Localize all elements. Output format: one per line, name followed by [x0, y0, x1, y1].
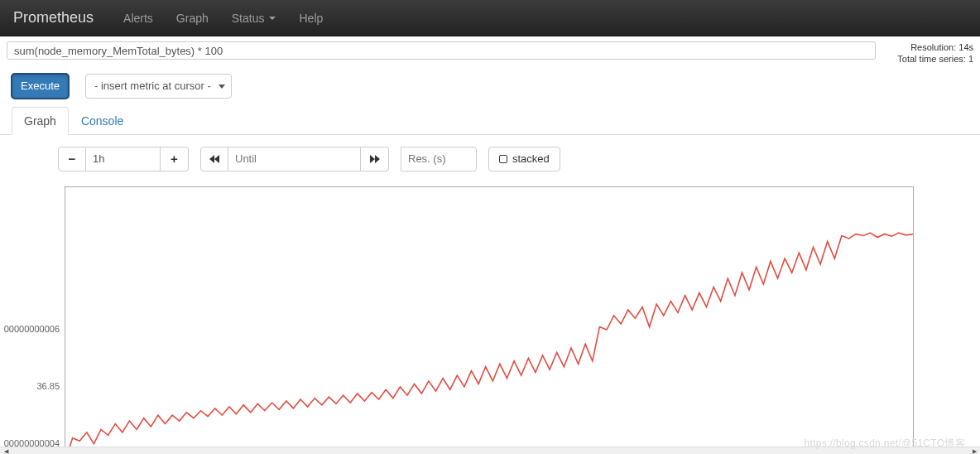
y-tick-label: 00000000006 [4, 324, 60, 334]
time-forward-button[interactable] [361, 147, 389, 171]
scroll-left-icon[interactable]: ◀ [0, 447, 12, 454]
until-field[interactable] [228, 147, 361, 171]
nav-alerts[interactable]: Alerts [123, 12, 153, 25]
nav-graph[interactable]: Graph [176, 12, 209, 25]
horizontal-scrollbar[interactable]: ◀ ▶ [0, 447, 980, 454]
stacked-toggle[interactable]: stacked [488, 147, 560, 171]
series-count-label: Total time series: 1 [882, 53, 973, 65]
square-icon [499, 155, 507, 163]
range-group: − + [58, 147, 189, 171]
range-decrease-button[interactable]: − [58, 147, 86, 171]
time-group [200, 147, 389, 171]
chevron-down-icon [269, 17, 276, 20]
brand[interactable]: Prometheus [13, 9, 94, 27]
query-info: Resolution: 14s Total time series: 1 [882, 41, 973, 65]
plot-svg [65, 187, 913, 454]
query-row: Resolution: 14s Total time series: 1 [0, 36, 980, 65]
y-tick-label: 36.85 [36, 381, 60, 391]
stacked-label: stacked [512, 152, 550, 165]
tab-console[interactable]: Console [69, 107, 136, 135]
res-field[interactable] [401, 147, 477, 171]
res-input[interactable] [408, 152, 469, 165]
chart: 0000000000636.8500000000004 [12, 186, 914, 454]
tab-graph[interactable]: Graph [12, 107, 69, 135]
graph-panel: − + stacked 00000000 [0, 135, 980, 454]
range-field[interactable] [86, 147, 161, 171]
scroll-right-icon[interactable]: ▶ [968, 447, 980, 454]
fastforward-icon [370, 155, 380, 163]
range-increase-button[interactable]: + [161, 147, 189, 171]
nav-status[interactable]: Status [232, 12, 276, 25]
time-back-button[interactable] [200, 147, 228, 171]
plot-area[interactable] [65, 186, 914, 454]
tabs: Graph Console [0, 107, 980, 135]
query-input[interactable] [7, 41, 876, 60]
rewind-icon [209, 155, 219, 163]
execute-button[interactable]: Execute [12, 74, 69, 99]
graph-controls: − + stacked [58, 147, 968, 171]
nav-help[interactable]: Help [299, 12, 323, 25]
y-axis: 0000000000636.8500000000004 [12, 186, 63, 454]
resolution-label: Resolution: 14s [882, 41, 973, 53]
metric-select-wrap: - insert metric at cursor - [85, 74, 232, 99]
nav-status-label: Status [232, 12, 265, 25]
metric-select[interactable]: - insert metric at cursor - [85, 74, 232, 99]
execute-row: Execute - insert metric at cursor - [0, 65, 980, 105]
range-input[interactable] [93, 152, 153, 165]
until-input[interactable] [235, 152, 353, 165]
series-line [65, 233, 913, 454]
res-group [401, 147, 477, 171]
navbar: Prometheus Alerts Graph Status Help [0, 0, 980, 36]
